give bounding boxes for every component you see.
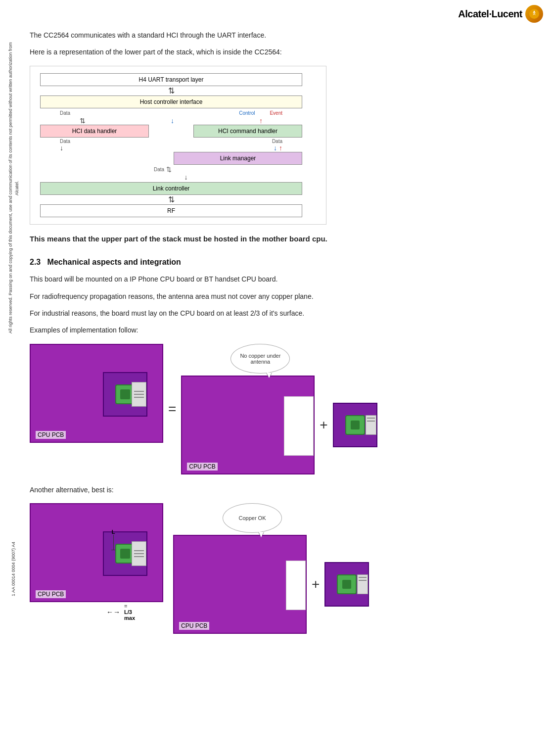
labels-row: Data Control Event [40, 109, 302, 117]
pcb-label-left-1: CPU PCB [36, 431, 66, 439]
plus-sign-2: + [312, 576, 320, 592]
bubble-container-1: No copper under antenna [230, 344, 290, 374]
stack-center: H4 UART transport layer ⇅ Host controlle… [40, 73, 302, 217]
small-module-2 [324, 562, 369, 607]
header-logo: Alcatel·Lucent [458, 5, 543, 23]
paragraph-3: This board will be mounted on a IP Phone… [30, 274, 538, 284]
arrow-link-rf: ⇅ [40, 195, 302, 204]
link-mgr-row: Link manager [40, 152, 302, 165]
arrows-link-mgr: ↓ ↓ ↑ [40, 144, 302, 152]
hci-cmd-handler-box: HCI command handler [193, 125, 302, 138]
antenna-area-1 [284, 396, 314, 456]
paragraph-7: Another alternative, best is: [30, 484, 538, 495]
pcb-label-right-1: CPU PCB [187, 463, 217, 471]
pcb-right-2: CPU PCB [173, 535, 307, 634]
link-controller-box: Link controller [40, 182, 302, 195]
right-pcb-row-2: CPU PCB + [173, 535, 369, 634]
arrow-link-ctrl: ↓ [40, 173, 302, 181]
paragraph-2: Here is a representation of the lower pa… [30, 47, 538, 57]
pcb-label-left-2: CPU PCB [36, 590, 66, 598]
dim-arrow-L: L [111, 529, 115, 550]
stack-diagram: H4 UART transport layer ⇅ Host controlle… [30, 66, 326, 225]
pcb-chip-small-2 [337, 574, 357, 594]
section-heading: 2.3 Mechanical aspects and integration [30, 258, 538, 267]
pcb-section-2: L CPU PCB ←→ = L/3 max [30, 503, 538, 634]
pcb-module-left-2 [103, 531, 147, 576]
link-manager-box: Link manager [174, 152, 302, 165]
speech-bubble-2: Copper OK [223, 503, 282, 533]
pcb-right-1: CPU PCB [181, 376, 315, 474]
small-connector-2 [357, 574, 368, 594]
paragraph-1: The CC2564 communicates with a standard … [30, 30, 538, 41]
pcb-label-right-2: CPU PCB [179, 622, 209, 630]
pcb-left-1: CPU PCB [30, 344, 163, 443]
h4-layer-box: H4 UART transport layer [40, 73, 302, 86]
arrows-middle: ⇅ ↓ ↑ [40, 117, 302, 125]
pcb-left-with-dim: L CPU PCB ←→ = L/3 max [30, 503, 163, 621]
paragraph-4: For radiofrequency propagation reasons, … [30, 291, 538, 302]
small-module-1 [333, 403, 377, 447]
main-content: The CC2564 communicates with a standard … [30, 0, 538, 634]
rf-box: RF [40, 204, 302, 217]
data-label-3: Data ⇅ [40, 165, 302, 173]
pcb-module-left-1 [103, 372, 147, 417]
small-connector-1 [366, 415, 376, 435]
hci-data-handler-box: HCI data handler [40, 125, 149, 138]
hci-layer-box: Host controller interface [40, 95, 302, 108]
pcb-section-1: CPU PCB = No copper under antenna CPU PC… [30, 344, 538, 474]
pcb-left-2: L CPU PCB [30, 503, 163, 602]
equals-sign-1: = [168, 401, 176, 417]
right-pcb-row-1: CPU PCB + [181, 376, 377, 474]
right-section-2: Copper OK CPU PCB + [173, 503, 369, 634]
plus-sign-1: + [320, 417, 327, 433]
right-section-1: No copper under antenna CPU PCB + [181, 344, 377, 474]
connector-area-2 [286, 561, 306, 610]
arrow-h4-hci: ⇅ [40, 86, 302, 95]
side-text-label: All rights reserved. Passing on and copy… [7, 40, 20, 336]
paragraph-6: Examples of implementation follow: [30, 325, 538, 335]
logo-icon [525, 5, 543, 23]
logo-text: Alcatel·Lucent [458, 8, 522, 20]
paragraph-5: For industrial reasons, the board must l… [30, 308, 538, 319]
pcb-chip-small-1 [345, 415, 365, 435]
bold-statement: This means that the upper part of the st… [30, 235, 538, 243]
speech-bubble-1: No copper under antenna [230, 344, 290, 374]
dim-label-l3: ←→ = L/3 max [106, 603, 163, 621]
data-labels-2: Data Data [40, 138, 302, 144]
side-text-id: 1 AA 00014 0004 (9007) A4 [0, 445, 27, 693]
pcb-connector-left-1 [132, 382, 146, 407]
side-text-copyright: All rights reserved. Passing on and copy… [0, 40, 27, 336]
bubble-container-2: Copper OK [223, 503, 282, 533]
pcb-connector-left-2 [132, 541, 146, 566]
hci-handlers-row: HCI data handler HCI command handler [40, 125, 302, 138]
side-text-id-label: 1 AA 00014 0004 (9007) A4 [10, 542, 17, 596]
